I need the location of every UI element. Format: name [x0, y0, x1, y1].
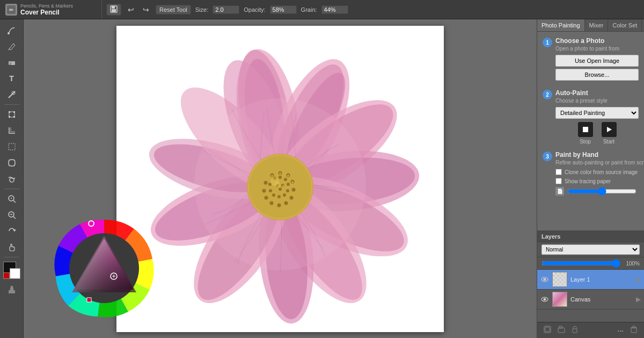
more-options-button[interactable]: ··· — [615, 325, 626, 336]
style-dropdown[interactable]: Detailed Painting — [555, 107, 639, 119]
layer-item-canvas[interactable]: Canvas ▶ — [537, 290, 644, 310]
svg-point-72 — [283, 193, 286, 197]
svg-point-66 — [264, 181, 268, 184]
svg-rect-3 — [112, 6, 115, 9]
eraser-tool-button[interactable] — [3, 55, 20, 70]
layer-opacity-slider[interactable] — [541, 259, 620, 268]
svg-point-85 — [282, 185, 284, 187]
layers-panel: Layers Normal 100% — [537, 231, 644, 338]
layer-1-visibility-icon[interactable] — [540, 275, 549, 284]
add-layer-button[interactable] — [541, 325, 553, 336]
freehand-tool-button[interactable] — [3, 23, 20, 38]
color-wheel[interactable] — [50, 214, 158, 322]
step-2-content: Auto-Paint Choose a preset style Detaile… — [555, 89, 639, 145]
save-button[interactable] — [106, 4, 121, 16]
canvas-wrapper[interactable] — [116, 26, 444, 332]
canvas-layer-name: Canvas — [570, 296, 633, 303]
selection-tool-button[interactable] — [3, 139, 20, 154]
stamp-tool-button[interactable] — [3, 282, 20, 297]
svg-line-22 — [13, 217, 16, 219]
canvas-visibility-icon[interactable] — [540, 295, 549, 304]
background-color[interactable] — [10, 268, 20, 279]
svg-point-69 — [284, 178, 287, 181]
layers-footer-right: ··· — [615, 325, 640, 336]
flower-painting — [116, 26, 444, 332]
layers-controls: Normal — [537, 242, 644, 257]
toolbar-divider-2 — [4, 189, 19, 189]
left-toolbar: T — [0, 19, 24, 338]
liquify-tool-button[interactable] — [3, 171, 20, 186]
clone-color-checkbox[interactable] — [555, 169, 562, 175]
svg-line-19 — [13, 200, 16, 203]
svg-rect-25 — [11, 286, 13, 288]
svg-rect-13 — [13, 116, 15, 118]
hand-tool-button[interactable] — [3, 240, 20, 255]
svg-point-103 — [544, 298, 546, 301]
reset-tool-button[interactable]: Reset Tool — [156, 5, 191, 15]
layers-list: Layer 1 ▶ Canvas ▶ — [537, 270, 644, 322]
tab-mixer[interactable]: Mixer — [585, 19, 609, 31]
color-selector[interactable] — [3, 262, 20, 279]
browse-button[interactable]: Browse... — [555, 69, 639, 81]
layers-footer-left — [541, 325, 580, 336]
delete-layer-button[interactable] — [628, 325, 640, 336]
lock-layer-button[interactable] — [569, 325, 580, 336]
svg-point-15 — [10, 178, 14, 182]
group-layer-button[interactable] — [555, 325, 567, 336]
tool-name: Cover Pencil — [20, 9, 73, 16]
pen-tool-button[interactable] — [3, 39, 20, 54]
show-tracing-row: Show tracing paper — [555, 178, 644, 184]
layer-item-1[interactable]: Layer 1 ▶ — [537, 270, 644, 290]
rotate-button[interactable] — [3, 224, 20, 239]
tool-name-area: Pencils, Pens & Markers Cover Pencil — [20, 3, 73, 16]
show-tracing-checkbox[interactable] — [555, 178, 562, 184]
step-2-title: Auto-Paint — [555, 89, 639, 97]
svg-point-63 — [270, 201, 274, 205]
step-1-number: 1 — [543, 38, 552, 47]
undo-button[interactable]: ↩ — [126, 4, 136, 15]
pp-content: 1 Choose a Photo Open a photo to paint f… — [537, 32, 644, 207]
use-open-image-button[interactable]: Use Open Image — [555, 55, 639, 67]
start-button[interactable]: Start — [602, 122, 617, 145]
opacity-input[interactable] — [270, 5, 297, 14]
layers-title: Layers — [541, 233, 560, 240]
svg-point-75 — [269, 189, 272, 192]
tool-icon-area: ✏ Pencils, Pens & Markers Cover Pencil — [0, 0, 102, 19]
layers-footer: ··· — [537, 322, 644, 338]
grain-input[interactable] — [321, 5, 348, 14]
blend-mode-select[interactable]: Normal — [541, 244, 640, 255]
size-input[interactable] — [213, 5, 239, 14]
svg-point-70 — [287, 183, 290, 186]
stop-button[interactable]: Stop — [578, 122, 593, 145]
tab-color-set[interactable]: Color Set — [608, 19, 642, 31]
text-tool-button[interactable]: T — [3, 71, 20, 86]
tab-photo-painting[interactable]: Photo Painting — [537, 19, 585, 31]
opacity-value: 100% — [623, 261, 640, 267]
stop-icon — [578, 122, 593, 137]
transform-tool-button[interactable] — [3, 107, 20, 122]
tracing-opacity-slider[interactable] — [567, 187, 636, 196]
blur-tool-button[interactable] — [3, 87, 20, 102]
show-tracing-label: Show tracing paper — [565, 178, 611, 184]
svg-point-71 — [286, 189, 289, 192]
main-layout: T — [0, 19, 644, 338]
svg-rect-14 — [9, 143, 15, 150]
top-bar: ✏ Pencils, Pens & Markers Cover Pencil ↩… — [0, 0, 644, 19]
layers-header: Layers — [537, 231, 644, 242]
svg-point-54 — [249, 156, 311, 218]
layer-1-name: Layer 1 — [570, 276, 633, 283]
step-2-desc: Choose a preset style — [555, 98, 639, 104]
size-label: Size: — [195, 6, 208, 13]
zoom-in-button[interactable] — [3, 191, 20, 206]
crop-tool-button[interactable] — [3, 123, 20, 138]
auto-paint-actions: Stop Start — [555, 122, 639, 145]
svg-point-5 — [8, 32, 10, 34]
zoom-out-button[interactable] — [3, 207, 20, 222]
redo-button[interactable]: ↪ — [141, 4, 151, 15]
tool-icon: ✏ — [5, 4, 17, 16]
warp-tool-button[interactable] — [3, 155, 20, 170]
step-2-number: 2 — [543, 90, 552, 99]
svg-point-82 — [287, 175, 289, 177]
step-3-title: Paint by Hand — [555, 151, 644, 159]
svg-rect-111 — [632, 326, 635, 328]
